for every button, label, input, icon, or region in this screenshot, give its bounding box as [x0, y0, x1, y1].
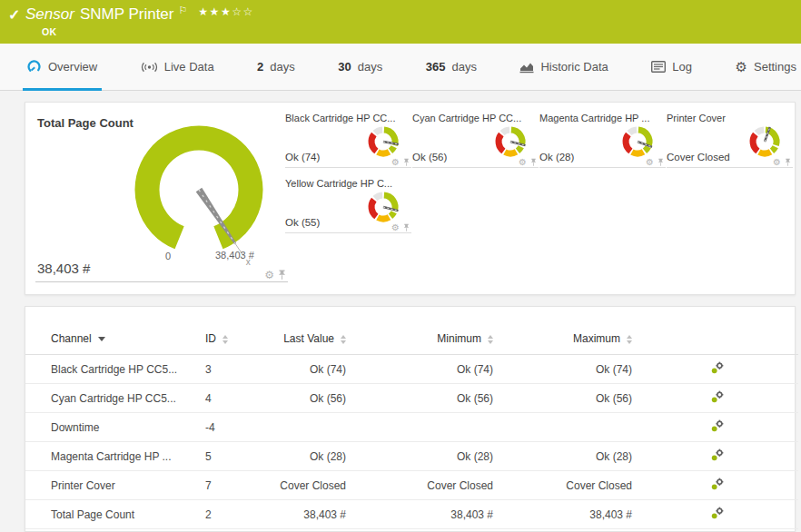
channel-last-value: Ok (56) [269, 384, 348, 413]
channel-name: Yellow Cartridge HP CC... [25, 529, 205, 532]
gear-icon[interactable]: ⚙ [773, 158, 781, 167]
channel-minimum: Ok (56) [348, 384, 520, 413]
edit-channel-icon[interactable] [711, 361, 724, 374]
channel-minimum: Ok (28) [348, 442, 520, 471]
gauge-tile-value: Cover Closed [667, 152, 730, 163]
table-row[interactable]: Yellow Cartridge HP CC... 6 Ok (55) Ok (… [25, 529, 798, 532]
gauge-tile[interactable]: Black Cartridge HP CC... Ok (74) ⚙ [285, 110, 411, 168]
gear-icon[interactable]: ⚙ [646, 158, 654, 167]
tab-365-days[interactable]: 365 days [421, 44, 481, 90]
pin-icon[interactable] [403, 158, 410, 167]
gauge-tile[interactable]: Cyan Cartridge HP CC... Ok (56) ⚙ [412, 110, 539, 168]
pin-icon[interactable] [530, 158, 537, 167]
channel-last-value: Cover Closed [269, 471, 348, 500]
gauge-tile-value: Ok (55) [285, 217, 320, 228]
gauge-tile[interactable]: Printer Cover Cover Closed ⚙ [667, 110, 793, 168]
table-row[interactable]: Cyan Cartridge HP CC5... 4 Ok (56) Ok (5… [25, 384, 798, 413]
gauge-tile-value: Ok (28) [539, 152, 574, 163]
channel-maximum: Ok (74) [520, 355, 659, 384]
channel-table-panel: Channel ID Last Value Minimum Maximum Bl… [25, 306, 796, 532]
sort-descending-icon [98, 337, 105, 341]
channel-id: -4 [205, 413, 269, 442]
edit-channel-icon[interactable] [711, 390, 724, 403]
gauge-dial [617, 119, 658, 163]
gauge-dial [490, 119, 531, 163]
edit-channel-icon[interactable] [711, 478, 724, 490]
gauge-tile[interactable]: Magenta Cartridge HP ... Ok (28) ⚙ [539, 110, 666, 168]
table-row[interactable]: Printer Cover 7 Cover Closed Cover Close… [25, 471, 798, 500]
tab-settings[interactable]: ⚙ Settings [731, 44, 801, 90]
tab-historic-data[interactable]: Historic Data [515, 44, 612, 90]
priority-stars[interactable]: ★★★☆☆ [198, 5, 253, 18]
pin-icon[interactable] [278, 270, 286, 281]
sensor-name: SNMP Printer [80, 5, 174, 23]
status-check-icon: ✓ [8, 6, 20, 24]
total-page-count-tile[interactable]: Total Page Count x038,403 # 38,403 # ⚙ [35, 110, 288, 282]
edit-channel-icon[interactable] [711, 419, 724, 432]
tab-2-days[interactable]: 2 days [252, 44, 300, 90]
pin-icon[interactable] [785, 158, 791, 167]
channel-table: Channel ID Last Value Minimum Maximum Bl… [25, 327, 798, 532]
column-header-maximum[interactable]: Maximum [520, 327, 659, 355]
sensor-kind-label: Sensor [25, 5, 74, 23]
gear-icon: ⚙ [736, 60, 747, 74]
gear-icon[interactable]: ⚙ [519, 158, 527, 167]
edit-channel-icon[interactable] [711, 448, 724, 461]
flag-icon[interactable]: ⚐ [178, 5, 187, 15]
channel-last-value [269, 413, 348, 442]
tab-overview[interactable]: Overview [23, 44, 102, 90]
tab-log[interactable]: Log [647, 44, 697, 90]
pin-icon[interactable] [658, 158, 664, 167]
channel-id: 4 [205, 384, 269, 413]
table-row[interactable]: Black Cartridge HP CC5... 3 Ok (74) Ok (… [25, 355, 798, 384]
sort-icon [222, 335, 228, 344]
channel-last-value: Ok (74) [269, 355, 348, 384]
tab-30-days[interactable]: 30 days [333, 44, 387, 90]
channel-minimum [348, 413, 520, 442]
channel-maximum: Ok (28) [520, 442, 659, 471]
sort-icon [341, 335, 346, 344]
pin-icon[interactable] [403, 223, 410, 232]
page-title: SensorSNMP Printer⚐★★★☆☆ [25, 5, 254, 24]
channel-id: 2 [205, 500, 269, 529]
total-page-count-gauge: x038,403 # [103, 117, 295, 273]
channel-minimum: Ok (74) [348, 355, 520, 384]
column-header-channel[interactable]: Channel [25, 327, 205, 355]
channel-id: 5 [205, 442, 269, 471]
channel-minimum: 38,403 # [348, 500, 520, 529]
gear-icon[interactable]: ⚙ [391, 223, 400, 232]
gauge-max-label: 38,403 # [215, 250, 255, 261]
gauge-tile-value: Ok (74) [285, 152, 320, 163]
sort-icon [627, 335, 632, 344]
edit-channel-icon[interactable] [711, 507, 724, 519]
gauge-tile[interactable]: Yellow Cartridge HP C... Ok (55) ⚙ [285, 175, 411, 233]
live-icon [141, 61, 158, 74]
column-header-id[interactable]: ID [205, 327, 269, 355]
tab-live-data[interactable]: Live Data [136, 44, 219, 90]
chart-icon [519, 61, 534, 74]
channel-last-value: 38,403 # [269, 500, 348, 529]
channel-id: 6 [205, 529, 269, 532]
table-row[interactable]: Magenta Cartridge HP ... 5 Ok (28) Ok (2… [25, 442, 798, 471]
channel-name: Cyan Cartridge HP CC5... [25, 384, 205, 413]
channel-name: Downtime [25, 413, 205, 442]
channel-maximum [520, 413, 659, 442]
channel-maximum: Cover Closed [520, 471, 659, 500]
channel-maximum: Ok (56) [520, 384, 659, 413]
channel-minimum: Cover Closed [348, 471, 520, 500]
channel-id: 7 [205, 471, 269, 500]
channel-name: Total Page Count [25, 500, 205, 529]
gauge-icon [27, 60, 42, 74]
sensor-header: ✓ SensorSNMP Printer⚐★★★☆☆ OK [0, 0, 801, 44]
column-header-last-value[interactable]: Last Value [269, 327, 348, 355]
channel-last-value: Ok (55) [269, 529, 348, 532]
gauge-tile-value: 38,403 # [37, 261, 90, 276]
channel-last-value: Ok (28) [269, 442, 348, 471]
gauges-panel: Total Page Count x038,403 # 38,403 # ⚙ B… [25, 102, 796, 295]
column-header-minimum[interactable]: Minimum [348, 327, 520, 355]
table-row[interactable]: Total Page Count 2 38,403 # 38,403 # 38,… [25, 500, 798, 529]
gear-icon[interactable]: ⚙ [264, 270, 274, 281]
table-row[interactable]: Downtime -4 [25, 413, 798, 442]
channel-name: Printer Cover [25, 471, 205, 500]
gear-icon[interactable]: ⚙ [391, 158, 400, 167]
